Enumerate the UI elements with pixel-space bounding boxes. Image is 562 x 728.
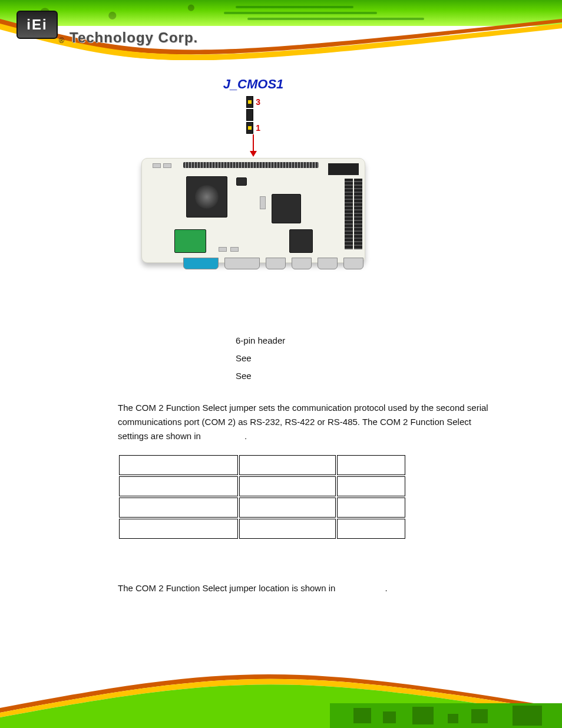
svg-rect-5: [471, 709, 488, 723]
location-paragraph: The COM 2 Function Select jumper locatio…: [118, 581, 501, 595]
description-paragraph: The COM 2 Function Select jumper sets th…: [118, 401, 501, 443]
brand-name: Technology Corp.: [70, 29, 198, 46]
svg-rect-1: [353, 708, 371, 723]
spec-row-type: 6-pin header: [118, 334, 501, 348]
svg-rect-3: [412, 707, 434, 724]
pin-label-3: 3: [256, 97, 260, 107]
page-footer-banner: [0, 657, 562, 728]
logo-mark: iEi: [16, 11, 58, 39]
paragraph1-tail: .: [244, 431, 247, 441]
spec-settings-value: See: [236, 369, 252, 383]
table-row: [119, 455, 405, 475]
svg-rect-2: [383, 711, 396, 723]
table-row: [119, 476, 405, 496]
jumper-location-figure: J_CMOS1 3 0 1: [112, 77, 395, 263]
board-illustration: [141, 158, 365, 263]
settings-table: [118, 454, 406, 540]
table-row: [119, 519, 405, 539]
pin-label-1: 1: [256, 123, 260, 133]
spec-location-value: See: [236, 351, 252, 365]
svg-rect-4: [448, 714, 458, 723]
paragraph2-tail: .: [385, 583, 388, 593]
spec-type-value: 6-pin header: [236, 334, 285, 348]
callout-arrow: [253, 134, 254, 156]
paragraph1-text: The COM 2 Function Select jumper sets th…: [118, 403, 488, 441]
page-body: 6-pin header See See The COM 2 Function …: [118, 330, 501, 606]
page-header-banner: iEi ® Technology Corp.: [0, 0, 562, 59]
spec-row-location: See: [118, 351, 501, 365]
spec-list: 6-pin header See See: [118, 334, 501, 383]
table-row: [119, 498, 405, 518]
jumper-diagram: 3 0 1: [246, 95, 260, 134]
logo-text: iEi: [27, 17, 47, 33]
spec-row-settings: See: [118, 369, 501, 383]
paragraph2-text: The COM 2 Function Select jumper locatio…: [118, 583, 335, 593]
jumper-callout-label: J_CMOS1: [112, 77, 395, 92]
brand-logo: iEi: [16, 11, 58, 39]
svg-rect-6: [513, 706, 542, 726]
registered-mark: ®: [59, 37, 64, 45]
